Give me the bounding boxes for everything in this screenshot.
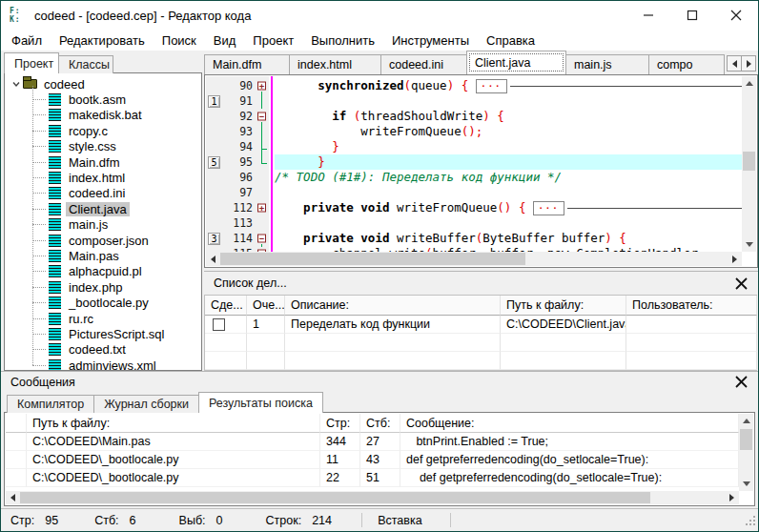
tree-root[interactable]: codeed — [5, 76, 201, 92]
message-row[interactable]: C:\CODEED\_bootlocale.py1143def getprefe… — [6, 451, 739, 469]
message-row[interactable]: C:\CODEED\Main.pas34427 btnPrint.Enabled… — [6, 433, 739, 451]
message-path: C:\CODEED\_bootlocale.py — [27, 451, 320, 469]
scroll-down-button[interactable] — [739, 477, 753, 491]
close-button[interactable] — [714, 1, 758, 30]
menu-item[interactable]: Выполнить — [302, 31, 383, 50]
tree-item[interactable]: codeed.ini — [5, 186, 201, 201]
messages-tab[interactable]: Журнал сборки — [93, 395, 199, 413]
menu-item[interactable]: Проект — [244, 31, 302, 50]
editor-tab[interactable]: main.js — [565, 54, 649, 74]
tab-scroll-left-button[interactable] — [727, 55, 742, 72]
todo-col-description[interactable]: Описание: — [285, 296, 501, 316]
scrollbar-thumb[interactable] — [743, 152, 755, 171]
scroll-up-button[interactable] — [739, 414, 753, 428]
tree-item[interactable]: style.css — [5, 139, 201, 154]
tree-item[interactable]: Main.dfm — [5, 154, 201, 170]
tab-scroll-right-button[interactable] — [741, 55, 756, 72]
editor-tab[interactable]: compo — [648, 54, 725, 74]
menu-item[interactable]: Инструменты — [383, 31, 478, 50]
collapsed-code-marker[interactable]: ··· — [533, 201, 564, 215]
code-editor[interactable]: 090+ synchronized(queue) {···191092− if … — [204, 74, 758, 268]
todo-row[interactable]: 1Переделать код функцииC:\CODEED\Client.… — [205, 316, 757, 334]
tree-item[interactable]: _bootlocale.py — [5, 295, 201, 310]
code-text[interactable]: /* TODO (#1#): Переделать код функции */ — [275, 170, 742, 185]
tree-item[interactable]: composer.json — [5, 233, 201, 248]
code-text[interactable] — [275, 185, 742, 200]
fold-plus-icon[interactable]: + — [257, 204, 266, 213]
todo-col-user[interactable]: Пользователь: — [626, 296, 757, 316]
messages-col-message[interactable]: Сообщение: — [400, 414, 739, 433]
code-text[interactable]: synchronized(queue) {··· — [275, 78, 742, 93]
tree-item[interactable]: Main.pas — [5, 248, 201, 263]
scrollbar-thumb[interactable] — [740, 429, 752, 450]
todo-close-button[interactable] — [734, 276, 749, 291]
editor-vertical-scrollbar[interactable] — [742, 76, 756, 252]
tree-item[interactable]: rcopy.c — [5, 123, 201, 138]
code-text[interactable]: } — [275, 154, 742, 170]
code-text[interactable]: private void writeFromQueue() {··· — [275, 200, 742, 215]
todo-col-path[interactable]: Путь к файлу: — [501, 296, 626, 316]
tree-item[interactable]: ru.rc — [5, 311, 201, 326]
code-text[interactable]: } — [275, 139, 742, 154]
code-text[interactable] — [275, 215, 742, 231]
code-segments: } — [275, 154, 325, 170]
menu-item[interactable]: Поиск — [154, 31, 205, 50]
scroll-left-button[interactable] — [6, 491, 20, 505]
tree-item[interactable]: adminviews.xml — [5, 358, 201, 371]
messages-tab[interactable]: Компилятор — [7, 395, 94, 413]
scroll-down-button[interactable] — [742, 237, 756, 252]
tree-item-label: style.css — [66, 139, 119, 153]
messages-col-col[interactable]: Стб: — [360, 414, 400, 433]
messages-close-button[interactable] — [734, 375, 749, 389]
fold-minus-icon[interactable]: − — [257, 235, 266, 243]
tree-item[interactable]: codeed.txt — [5, 342, 201, 358]
tree-item[interactable]: alphacpuid.pl — [5, 264, 201, 279]
todo-col-done[interactable]: Сде... — [205, 296, 247, 316]
messages-table-inner: Путь к файлу: Стр: Стб: Сообщение: C:\CO… — [6, 414, 739, 491]
editor-tab[interactable]: Main.dfm — [204, 54, 290, 74]
menu-item[interactable]: Файл — [3, 31, 51, 50]
chevron-down-icon[interactable] — [9, 78, 23, 90]
tree-item[interactable]: makedisk.bat — [5, 108, 201, 123]
editor-tab[interactable]: codeed.ini — [380, 54, 467, 74]
todo-col-priority[interactable]: Оче... — [247, 296, 285, 316]
code-text[interactable]: writeFromQueue(); — [275, 124, 742, 139]
code-text[interactable]: if (threadShouldWrite) { — [275, 109, 742, 124]
editor-tab[interactable]: index.html — [289, 54, 381, 74]
collapsed-code-marker[interactable]: ··· — [476, 79, 506, 93]
minimize-button[interactable] — [626, 1, 670, 30]
scroll-left-button[interactable] — [206, 252, 220, 266]
messages-horizontal-scrollbar[interactable] — [6, 491, 739, 504]
project-panel-tab[interactable]: Проект — [4, 52, 59, 73]
tree-item[interactable]: index.html — [5, 170, 201, 185]
menu-item[interactable]: Редактировать — [51, 31, 154, 50]
messages-col-line[interactable]: Стр: — [320, 414, 360, 433]
editor-horizontal-scrollbar[interactable] — [206, 252, 742, 266]
tree-item[interactable]: bootk.asm — [5, 92, 201, 107]
message-row[interactable]: C:\CODEED\_bootlocale.py2251 def getpref… — [6, 469, 739, 487]
scroll-right-button[interactable] — [725, 491, 739, 505]
todo-done-checkbox[interactable] — [213, 318, 225, 331]
messages-tab[interactable]: Результаты поиска — [198, 392, 323, 413]
scrollbar-thumb[interactable] — [20, 492, 650, 503]
code-segment: (); — [462, 124, 483, 138]
code-text[interactable] — [275, 93, 742, 109]
tree-item[interactable]: main.js — [5, 217, 201, 233]
menu-item[interactable]: Вид — [205, 31, 245, 50]
scrollbar-thumb[interactable] — [220, 253, 525, 265]
scroll-right-button[interactable] — [728, 252, 742, 266]
maximize-button[interactable] — [670, 1, 714, 30]
fold-minus-icon[interactable]: − — [257, 113, 266, 121]
messages-col-path[interactable]: Путь к файлу: — [27, 414, 320, 433]
project-panel-tab[interactable]: Классы — [58, 55, 113, 73]
scroll-up-button[interactable] — [742, 76, 756, 91]
code-text[interactable]: private void writeBuffer(ByteBuffer buff… — [275, 231, 742, 246]
tree-item[interactable]: Client.java — [5, 201, 201, 216]
fold-plus-icon[interactable]: + — [257, 82, 266, 91]
menu-item[interactable]: Справка — [478, 31, 544, 50]
resize-grip[interactable] — [745, 515, 756, 529]
tree-item[interactable]: index.php — [5, 279, 201, 295]
tree-item[interactable]: PicturesScript.sql — [5, 326, 201, 341]
messages-vertical-scrollbar[interactable] — [739, 414, 753, 491]
editor-tab[interactable]: Client.java — [466, 51, 566, 74]
